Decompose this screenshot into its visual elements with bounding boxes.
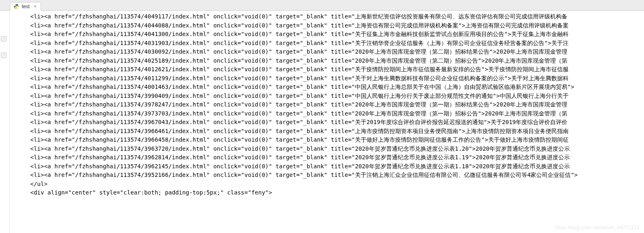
code-line: </ul> [16,180,644,189]
svg-point-1 [17,8,18,9]
code-line: <li><a href="/fzhshanghai/113574/4025189… [16,57,644,66]
code-line: <li><a href="/fzhshanghai/113574/3966458… [16,136,644,145]
code-line: <li><a href="/fzhshanghai/113574/4011299… [16,74,644,83]
code-line: <li><a href="/fzhshanghai/113574/4044088… [16,21,644,30]
code-line: <li><a href="/fzhshanghai/113574/4041300… [16,30,644,39]
editor-tab-bar: test × [0,0,644,11]
code-line: <li><a href="/fzhshanghai/113574/3952166… [16,171,644,180]
code-line: <li><a href="/fzhshanghai/113574/3962145… [16,162,644,171]
code-line: <li><a href="/fzhshanghai/113574/3967043… [16,118,644,127]
code-line: <li><a href="/fzhshanghai/113574/4012621… [16,65,644,74]
python-file-icon [14,4,19,9]
code-line: <li><a href="/fzhshanghai/113574/3978247… [16,100,644,109]
tab-close-icon[interactable]: × [34,4,36,9]
tab-filename: test [22,4,30,9]
code-line: <li><a href="/fzhshanghai/113574/4049117… [16,12,644,21]
code-line: <div align="center" style="clear:both; p… [16,188,644,197]
svg-point-0 [15,4,16,5]
code-line: <li><a href="/fzhshanghai/113574/3973703… [16,109,644,118]
code-line: <li><a href="/fzhshanghai/113574/3962814… [16,153,644,162]
code-line: <li><a href="/fzhshanghai/113574/3966461… [16,127,644,136]
file-tab-test[interactable]: test × [10,2,41,11]
code-line: <li><a href="/fzhshanghai/113574/4001463… [16,83,644,92]
code-line: <li><a href="/fzhshanghai/113574/4031903… [16,39,644,48]
code-line: <li><a href="/fzhshanghai/113574/3963720… [16,145,644,154]
code-line: <li><a href="/fzhshanghai/113574/3990409… [16,92,644,101]
code-editor-viewport[interactable]: <li><a href="/fzhshanghai/113574/4049117… [0,11,644,233]
code-line: <li><a href="/fzhshanghai/113574/4030092… [16,48,644,57]
